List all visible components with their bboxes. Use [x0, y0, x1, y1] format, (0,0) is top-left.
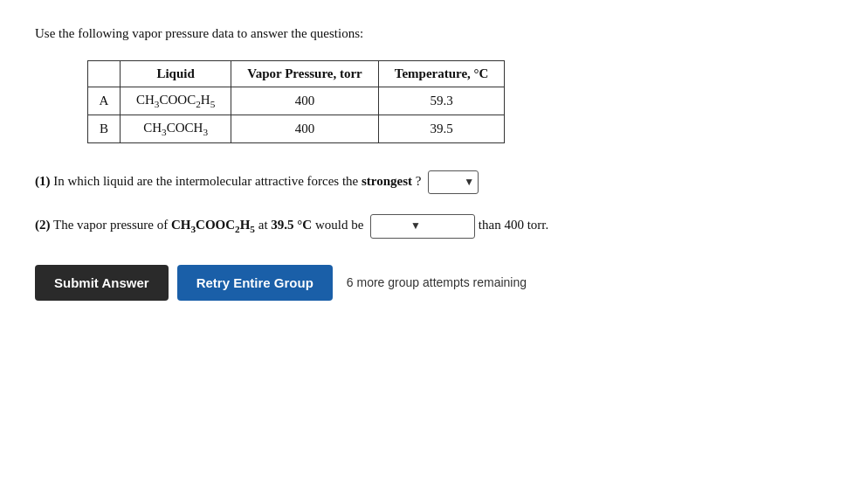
liquid-a: CH3COOC2H5	[121, 87, 231, 115]
q1-select[interactable]: A B	[432, 176, 476, 189]
attempts-text: 6 more group attempts remaining	[347, 275, 527, 289]
data-table: Liquid Vapor Pressure, torr Temperature,…	[87, 60, 505, 143]
table-row: A CH3COOC2H5 400 59.3	[88, 87, 505, 115]
question-2: (2) The vapor pressure of CH3COOC2H5 at …	[35, 213, 833, 238]
row-label-b: B	[88, 115, 121, 143]
col-header-vapor: Vapor Pressure, torr	[231, 61, 379, 87]
temperature-a: 59.3	[378, 87, 505, 115]
vapor-pressure-b: 400	[231, 115, 379, 143]
intro-text: Use the following vapor pressure data to…	[35, 26, 833, 41]
question-1: (1) In which liquid are the intermolecul…	[35, 170, 833, 194]
retry-button[interactable]: Retry Entire Group	[177, 265, 333, 301]
q2-select[interactable]: less greater equal	[375, 219, 423, 233]
row-label-a: A	[88, 87, 121, 115]
vapor-pressure-a: 400	[231, 87, 379, 115]
liquid-b: CH3COCH3	[121, 115, 231, 143]
q2-text: (2) The vapor pressure of CH3COOC2H5 at …	[35, 218, 367, 232]
table-row: B CH3COCH3 400 39.5	[88, 115, 505, 143]
q2-suffix: than 400 torr.	[479, 218, 548, 232]
buttons-row: Submit Answer Retry Entire Group 6 more …	[35, 265, 833, 301]
col-header-liquid: Liquid	[121, 61, 231, 87]
q1-dropdown-container[interactable]: A B ▼	[428, 170, 479, 195]
col-header-temp: Temperature, °C	[378, 61, 505, 87]
questions-section: (1) In which liquid are the intermolecul…	[35, 170, 833, 239]
q2-dropdown-container[interactable]: less greater equal ▼	[370, 214, 475, 239]
submit-button[interactable]: Submit Answer	[35, 265, 169, 301]
temperature-b: 39.5	[378, 115, 505, 143]
q1-number: (1) In which liquid are the intermolecul…	[35, 174, 422, 188]
